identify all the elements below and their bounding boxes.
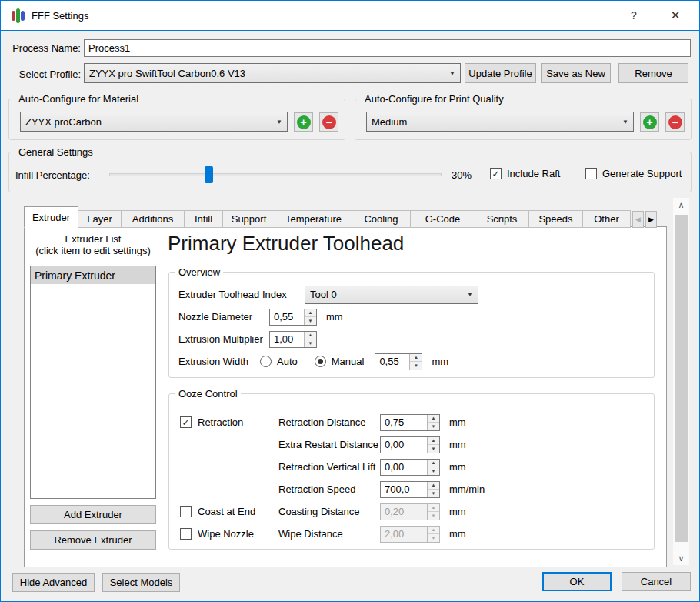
cancel-button[interactable]: Cancel bbox=[622, 572, 691, 591]
process-name-input[interactable] bbox=[84, 39, 691, 57]
add-material-button[interactable]: + bbox=[294, 112, 313, 132]
checkbox-checked-icon: ✓ bbox=[490, 168, 502, 179]
toolhead-index-row: Extruder Toolhead Index Tool 0 ▼ bbox=[169, 283, 654, 306]
remove-material-button[interactable]: − bbox=[319, 112, 338, 132]
hide-advanced-button[interactable]: Hide Advanced bbox=[12, 573, 95, 592]
scrollbar-thumb[interactable] bbox=[675, 215, 688, 542]
tab-temperature[interactable]: Temperature bbox=[275, 210, 352, 228]
fff-settings-window: FFF Settings ? ✕ Process Name: Select Pr… bbox=[0, 0, 700, 602]
tab-support[interactable]: Support bbox=[223, 210, 275, 228]
scroll-up-icon[interactable]: ∧ bbox=[673, 198, 689, 212]
tab-layer[interactable]: Layer bbox=[78, 210, 122, 228]
quality-group: Auto-Configure for Print Quality Medium … bbox=[355, 99, 692, 140]
extruder-list-title-line2: (click item to edit settings) bbox=[30, 245, 156, 256]
extrusion-multiplier-spinner[interactable]: 1,00 ▲▼ bbox=[269, 331, 317, 348]
vertical-lift-unit: mm bbox=[449, 461, 466, 473]
tab-gcode[interactable]: G-Code bbox=[411, 210, 475, 228]
tab-other[interactable]: Other bbox=[583, 210, 631, 228]
retraction-checkbox[interactable]: ✓ Retraction bbox=[180, 416, 278, 428]
minus-icon: − bbox=[668, 115, 682, 129]
tab-extruder[interactable]: Extruder bbox=[24, 206, 78, 228]
remove-profile-button[interactable]: Remove bbox=[618, 63, 688, 83]
slider-track bbox=[109, 173, 442, 176]
tab-scroll-right-icon[interactable]: ▶ bbox=[645, 211, 657, 228]
list-item[interactable]: Primary Extruder bbox=[31, 266, 155, 284]
extruder-list-title-line1: Extruder List bbox=[30, 233, 156, 245]
coast-at-end-checkbox[interactable]: Coast at End bbox=[180, 506, 278, 517]
spin-up-icon[interactable]: ▲ bbox=[305, 332, 316, 340]
material-group-title: Auto-Configure for Material bbox=[15, 93, 142, 105]
profile-combobox[interactable]: ZYYX pro SwiftTool Carbon0.6 V13 ▼ bbox=[84, 63, 461, 83]
coasting-distance-label: Coasting Distance bbox=[278, 506, 380, 517]
vertical-scrollbar[interactable]: ∧ ∨ bbox=[673, 198, 689, 565]
spin-up-icon[interactable]: ▲ bbox=[428, 437, 439, 446]
profile-value: ZYYX pro SwiftTool Carbon0.6 V13 bbox=[89, 68, 446, 79]
wipe-distance-label: Wipe Distance bbox=[278, 528, 380, 540]
remove-quality-button[interactable]: − bbox=[665, 112, 685, 132]
tab-scroll-left-icon[interactable]: ◀ bbox=[632, 211, 644, 228]
width-manual-radio[interactable] bbox=[315, 356, 326, 367]
spin-up-icon[interactable]: ▲ bbox=[428, 482, 439, 490]
toolhead-index-combobox[interactable]: Tool 0 ▼ bbox=[305, 286, 478, 304]
extrusion-width-spinner[interactable]: 0,55 ▲▼ bbox=[375, 353, 422, 370]
spin-down-icon[interactable]: ▼ bbox=[305, 339, 316, 347]
extruder-listbox[interactable]: Primary Extruder bbox=[30, 266, 156, 499]
close-icon[interactable]: ✕ bbox=[656, 1, 695, 30]
tab-cooling[interactable]: Cooling bbox=[352, 210, 411, 228]
update-profile-button[interactable]: Update Profile bbox=[465, 63, 536, 83]
nozzle-diameter-row: Nozzle Diameter 0,55 ▲▼ mm bbox=[169, 306, 654, 328]
spin-up-icon[interactable]: ▲ bbox=[305, 309, 316, 318]
retraction-speed-label: Retraction Speed bbox=[278, 483, 380, 495]
ooze-group-title: Ooze Control bbox=[175, 388, 241, 400]
save-as-new-button[interactable]: Save as New bbox=[541, 63, 611, 83]
material-combobox[interactable]: ZYYX proCarbon ▼ bbox=[20, 112, 288, 132]
wipe-nozzle-checkbox[interactable]: Wipe Nozzle bbox=[180, 528, 278, 540]
ok-button[interactable]: OK bbox=[542, 572, 612, 591]
extrusion-width-value: 0,55 bbox=[375, 354, 409, 370]
add-extruder-button[interactable]: Add Extruder bbox=[30, 505, 156, 524]
include-raft-checkbox[interactable]: ✓ Include Raft bbox=[490, 168, 560, 179]
wipe-row: Wipe Nozzle Wipe Distance 2,00 ▲▼ mm bbox=[169, 523, 654, 545]
help-icon[interactable]: ? bbox=[615, 1, 653, 30]
extruder-list-title: Extruder List (click item to edit settin… bbox=[30, 233, 156, 256]
extra-restart-unit: mm bbox=[449, 439, 466, 450]
wipe-distance-value: 2,00 bbox=[381, 527, 427, 542]
retraction-speed-spinner[interactable]: 700,0 ▲▼ bbox=[380, 481, 440, 498]
quality-combobox[interactable]: Medium ▼ bbox=[366, 112, 634, 132]
tab-infill[interactable]: Infill bbox=[185, 210, 223, 228]
generate-support-checkbox[interactable]: Generate Support bbox=[585, 168, 682, 179]
toolhead-index-label: Extruder Toolhead Index bbox=[178, 289, 305, 300]
spin-down-icon[interactable]: ▼ bbox=[428, 467, 439, 475]
generate-support-label: Generate Support bbox=[602, 168, 682, 179]
spin-down-icon[interactable]: ▼ bbox=[410, 362, 422, 370]
infill-slider[interactable] bbox=[109, 166, 442, 183]
width-auto-label: Auto bbox=[277, 356, 298, 367]
slider-handle[interactable] bbox=[205, 166, 213, 183]
nozzle-diameter-spinner[interactable]: 0,55 ▲▼ bbox=[269, 309, 317, 326]
app-logo-icon bbox=[10, 8, 25, 23]
tab-additions[interactable]: Additions bbox=[122, 210, 185, 228]
process-name-label: Process Name: bbox=[7, 42, 81, 54]
spin-down-icon[interactable]: ▼ bbox=[305, 317, 316, 325]
width-auto-radio[interactable] bbox=[260, 356, 272, 367]
general-settings-group: General Settings Infill Percentage: 30% … bbox=[8, 152, 692, 192]
vertical-lift-spinner[interactable]: 0,00 ▲▼ bbox=[380, 459, 440, 476]
spin-up-icon[interactable]: ▲ bbox=[428, 460, 439, 468]
tab-speeds[interactable]: Speeds bbox=[529, 210, 583, 228]
scroll-down-icon[interactable]: ∨ bbox=[673, 551, 689, 565]
spin-down-icon[interactable]: ▼ bbox=[428, 445, 439, 453]
retraction-distance-spinner[interactable]: 0,75 ▲▼ bbox=[380, 414, 440, 431]
remove-extruder-button[interactable]: Remove Extruder bbox=[30, 530, 156, 550]
toolhead-index-value: Tool 0 bbox=[310, 289, 464, 300]
tab-scripts[interactable]: Scripts bbox=[475, 210, 529, 228]
add-quality-button[interactable]: + bbox=[640, 112, 659, 132]
spin-up-icon[interactable]: ▲ bbox=[410, 354, 422, 363]
spin-down-icon[interactable]: ▼ bbox=[428, 423, 439, 430]
extra-restart-spinner[interactable]: 0,00 ▲▼ bbox=[380, 436, 440, 453]
extrusion-width-unit: mm bbox=[432, 356, 448, 367]
material-value: ZYYX proCarbon bbox=[25, 116, 273, 128]
select-models-button[interactable]: Select Models bbox=[102, 573, 180, 592]
spin-down-icon[interactable]: ▼ bbox=[428, 490, 439, 497]
spin-up-icon[interactable]: ▲ bbox=[428, 415, 439, 423]
include-raft-label: Include Raft bbox=[507, 168, 560, 179]
